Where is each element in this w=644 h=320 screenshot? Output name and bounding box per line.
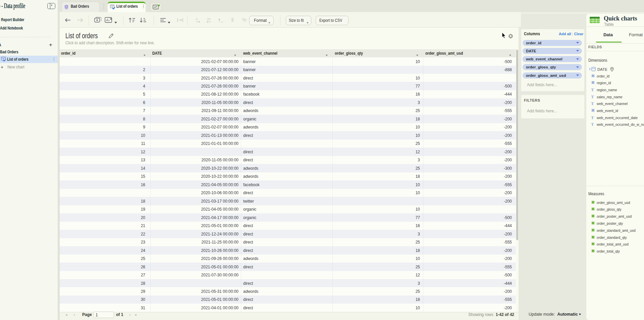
svg-text:.0: .0	[195, 17, 198, 21]
svg-text:.00: .00	[206, 17, 211, 21]
